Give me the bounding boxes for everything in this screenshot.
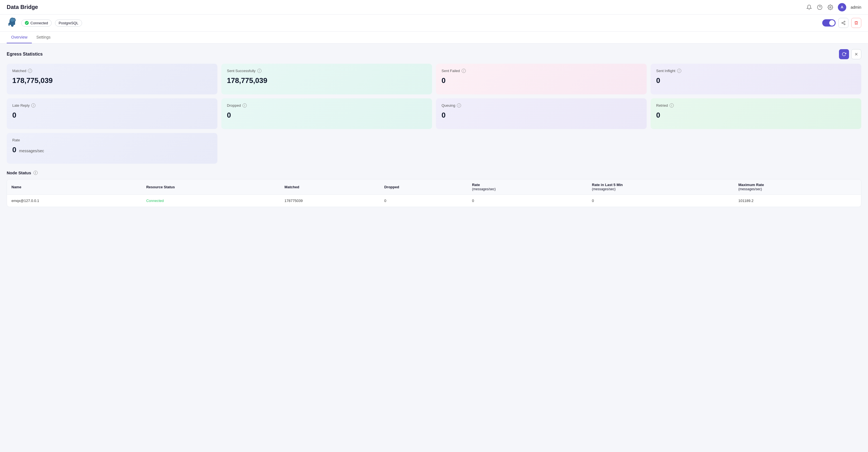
stats-row-2: Late Reply i 0 Dropped i 0 Queuing i 0 R… bbox=[7, 98, 861, 129]
row-rate-5min: 0 bbox=[588, 195, 734, 207]
tabs-bar: Overview Settings bbox=[0, 32, 868, 44]
col-resource-status: Resource Status bbox=[142, 179, 280, 195]
toggle-knob bbox=[829, 20, 835, 26]
sent-success-value: 178,775,039 bbox=[227, 76, 427, 85]
sent-failed-value: 0 bbox=[441, 76, 641, 85]
refresh-button[interactable] bbox=[839, 49, 849, 59]
node-status-info-icon[interactable]: i bbox=[33, 171, 38, 175]
tab-settings[interactable]: Settings bbox=[32, 32, 55, 43]
empty-cell-2 bbox=[436, 133, 647, 164]
svg-point-0 bbox=[817, 5, 822, 9]
username-label: admin bbox=[851, 5, 861, 9]
egress-section-header: Egress Statistics bbox=[7, 49, 861, 59]
retried-value: 0 bbox=[656, 111, 856, 119]
sub-header: Connected PostgreSQL bbox=[0, 15, 868, 32]
rate-value: 0 bbox=[12, 145, 16, 154]
row-resource-status: Connected bbox=[142, 195, 280, 207]
header-left: Data Bridge bbox=[7, 4, 38, 10]
sent-inflight-info-icon[interactable]: i bbox=[677, 69, 681, 73]
stat-queuing: Queuing i 0 bbox=[436, 98, 647, 129]
row-rate: 0 bbox=[467, 195, 588, 207]
empty-cell-3 bbox=[651, 133, 861, 164]
sent-inflight-value: 0 bbox=[656, 76, 856, 85]
rate-value-container: 0 messages/sec bbox=[12, 145, 212, 154]
col-max-rate: Maximum Rate(messages/sec) bbox=[734, 179, 861, 195]
settings-icon[interactable] bbox=[827, 4, 833, 10]
stat-rate: Rate 0 messages/sec bbox=[7, 133, 217, 164]
matched-info-icon[interactable]: i bbox=[28, 69, 32, 73]
rate-unit: messages/sec bbox=[19, 149, 44, 153]
svg-point-12 bbox=[844, 24, 845, 25]
stat-matched: Matched i 178,775,039 bbox=[7, 64, 217, 94]
stat-sent-failed: Sent Failed i 0 bbox=[436, 64, 647, 94]
stat-sent-successfully: Sent Successfully i 178,775,039 bbox=[221, 64, 432, 94]
tab-overview[interactable]: Overview bbox=[7, 32, 32, 43]
db-logo bbox=[7, 17, 18, 28]
empty-cell-1 bbox=[221, 133, 432, 164]
col-name: Name bbox=[7, 179, 142, 195]
dropped-value: 0 bbox=[227, 111, 427, 119]
dropped-info-icon[interactable]: i bbox=[243, 103, 247, 108]
node-status-table-wrapper: Name Resource Status Matched Dropped Rat… bbox=[7, 179, 861, 207]
node-status-table: Name Resource Status Matched Dropped Rat… bbox=[7, 179, 861, 207]
col-rate-5min: Rate in Last 5 Min(messages/sec) bbox=[588, 179, 734, 195]
stats-row-3: Rate 0 messages/sec bbox=[7, 133, 861, 164]
queuing-info-icon[interactable]: i bbox=[457, 103, 461, 108]
queuing-value: 0 bbox=[441, 111, 641, 119]
stat-late-reply: Late Reply i 0 bbox=[7, 98, 217, 129]
col-matched: Matched bbox=[280, 179, 379, 195]
row-matched: 178775039 bbox=[280, 195, 379, 207]
sent-success-info-icon[interactable]: i bbox=[257, 69, 261, 73]
egress-title: Egress Statistics bbox=[7, 52, 43, 57]
svg-point-10 bbox=[844, 21, 845, 22]
help-icon[interactable] bbox=[817, 4, 823, 10]
main-content: Egress Statistics Matched i 178,775,039 bbox=[0, 44, 868, 213]
node-status-title: Node Status i bbox=[7, 170, 861, 175]
col-rate: Rate(messages/sec) bbox=[467, 179, 588, 195]
svg-line-14 bbox=[843, 22, 844, 23]
table-row: emqx@127.0.0.1 Connected 178775039 0 0 0… bbox=[7, 195, 861, 207]
bell-icon[interactable] bbox=[806, 4, 812, 10]
table-header-row: Name Resource Status Matched Dropped Rat… bbox=[7, 179, 861, 195]
late-reply-info-icon[interactable]: i bbox=[31, 103, 35, 108]
row-dropped: 0 bbox=[380, 195, 468, 207]
stat-dropped: Dropped i 0 bbox=[221, 98, 432, 129]
header-right: A admin bbox=[806, 3, 861, 11]
sub-header-left: Connected PostgreSQL bbox=[7, 17, 82, 28]
sent-failed-info-icon[interactable]: i bbox=[462, 69, 466, 73]
sub-header-right bbox=[822, 18, 861, 28]
svg-point-8 bbox=[10, 19, 14, 22]
late-reply-value: 0 bbox=[12, 111, 212, 119]
delete-button[interactable] bbox=[851, 18, 861, 28]
stat-sent-inflight: Sent Inflight i 0 bbox=[651, 64, 861, 94]
stat-retried: Retried i 0 bbox=[651, 98, 861, 129]
svg-point-11 bbox=[842, 22, 843, 24]
enabled-toggle[interactable] bbox=[822, 19, 836, 27]
stats-row-1: Matched i 178,775,039 Sent Successfully … bbox=[7, 64, 861, 94]
matched-value: 178,775,039 bbox=[12, 76, 212, 85]
avatar[interactable]: A bbox=[838, 3, 846, 11]
svg-point-2 bbox=[830, 6, 831, 8]
share-button[interactable] bbox=[838, 18, 848, 28]
db-type-badge: PostgreSQL bbox=[55, 20, 82, 27]
row-max-rate: 101189.2 bbox=[734, 195, 861, 207]
row-name: emqx@127.0.0.1 bbox=[7, 195, 142, 207]
connected-status-badge: Connected bbox=[21, 20, 52, 27]
node-status-section: Node Status i Name Resource Status Match… bbox=[7, 170, 861, 207]
app-title: Data Bridge bbox=[7, 4, 38, 10]
close-button[interactable] bbox=[851, 49, 861, 59]
retried-info-icon[interactable]: i bbox=[670, 103, 674, 108]
section-actions bbox=[839, 49, 861, 59]
svg-line-13 bbox=[843, 23, 844, 24]
app-header: Data Bridge A admin bbox=[0, 0, 868, 15]
col-dropped: Dropped bbox=[380, 179, 468, 195]
connected-label: Connected bbox=[30, 21, 48, 25]
